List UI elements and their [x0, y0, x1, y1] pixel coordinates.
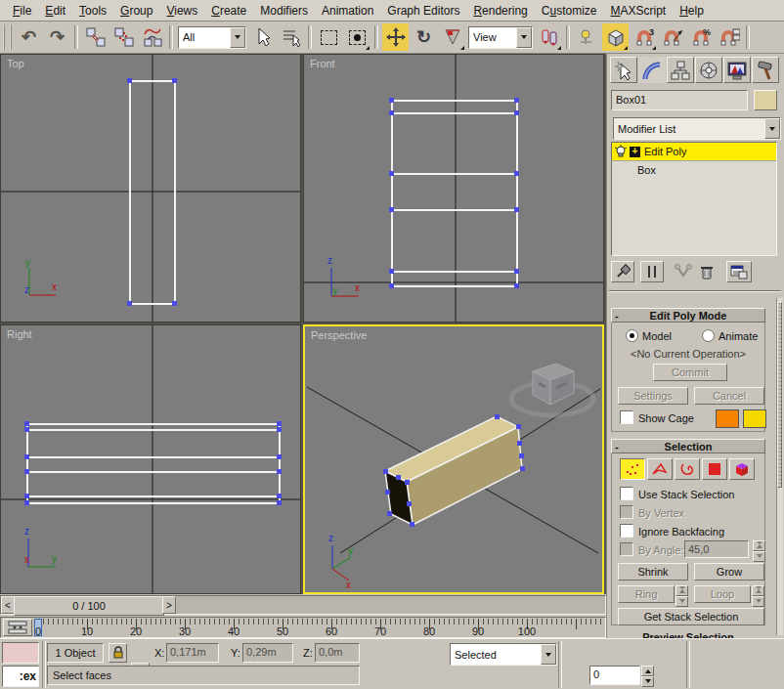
- loop-spinner[interactable]: [752, 585, 764, 603]
- border-subobject-button[interactable]: [675, 458, 700, 480]
- rectangular-selection-region-button[interactable]: [316, 23, 342, 51]
- select-and-move-button[interactable]: [382, 23, 409, 51]
- stack-expand-box[interactable]: +: [630, 147, 640, 157]
- show-cage-checkbox[interactable]: Show Cage: [620, 410, 694, 424]
- reference-coordinate-arrow[interactable]: [516, 27, 532, 48]
- maxscript-listener-script-pane[interactable]: :ex: [2, 666, 39, 687]
- pin-stack-button[interactable]: [611, 261, 634, 282]
- menu-views[interactable]: Views: [159, 2, 204, 20]
- object-name-field[interactable]: Box01: [611, 90, 748, 110]
- menu-group[interactable]: Group: [113, 2, 159, 20]
- show-end-result-button[interactable]: [640, 261, 664, 282]
- time-slider-prev-button[interactable]: <: [1, 596, 15, 614]
- select-by-name-button[interactable]: [278, 23, 304, 51]
- angle-snap-button[interactable]: [659, 23, 685, 51]
- tab-hierarchy[interactable]: [667, 57, 694, 83]
- menu-help[interactable]: Help: [673, 2, 711, 20]
- element-subobject-button[interactable]: [729, 458, 755, 480]
- selection-filter-dropdown[interactable]: All: [178, 26, 246, 49]
- model-radio[interactable]: Model: [626, 329, 672, 342]
- rollout-scrollbar-thumb[interactable]: [777, 302, 782, 488]
- tab-create[interactable]: [610, 57, 637, 83]
- viewport-front[interactable]: Front z y: [303, 54, 604, 323]
- use-stack-selection-checkbox[interactable]: Use Stack Selection: [620, 487, 734, 500]
- x-coord-field[interactable]: 0,171m: [166, 643, 219, 663]
- by-angle-field[interactable]: 45,0: [684, 540, 749, 558]
- stack-row-box[interactable]: Box: [612, 161, 776, 178]
- time-slider-next-button[interactable]: >: [162, 596, 176, 614]
- remove-modifier-button[interactable]: [695, 261, 719, 282]
- viewport-right[interactable]: Right z x: [0, 324, 301, 594]
- selection-filter-arrow[interactable]: [230, 27, 245, 48]
- viewport-perspective[interactable]: Perspective: [303, 324, 604, 594]
- get-stack-selection-button[interactable]: Get Stack Selection: [618, 608, 764, 625]
- y-coord-field[interactable]: 0,29m: [242, 643, 293, 663]
- track-bar[interactable]: 0 10 20 30 40 50 60 70 80 90 100: [0, 617, 606, 638]
- modifier-list-arrow[interactable]: [764, 118, 780, 139]
- tab-motion[interactable]: [695, 57, 722, 83]
- menu-tools[interactable]: Tools: [72, 2, 113, 20]
- menu-animation[interactable]: Animation: [315, 2, 380, 20]
- select-and-scale-button[interactable]: [439, 23, 465, 51]
- ignore-backfacing-checkbox[interactable]: Ignore Backfacing: [620, 524, 724, 538]
- select-and-rotate-button[interactable]: ↻: [411, 23, 437, 51]
- menu-maxscript[interactable]: MAXScript: [604, 2, 674, 20]
- select-object-button[interactable]: [249, 23, 276, 51]
- spinner-snap-button[interactable]: [716, 23, 742, 51]
- key-filter-dropdown[interactable]: Selected: [450, 643, 557, 666]
- menu-create[interactable]: Create: [204, 2, 253, 20]
- snaps-toggle-button[interactable]: [602, 23, 629, 51]
- toolbar-grip[interactable]: [3, 24, 12, 50]
- rollout-scrollbar[interactable]: [776, 298, 783, 635]
- z-coord-field[interactable]: 0,0m: [315, 643, 360, 663]
- rollout-edit-poly-mode-header[interactable]: - Edit Poly Mode: [611, 308, 765, 323]
- rollout-preview-selection-header[interactable]: Preview Selection: [611, 630, 765, 638]
- commit-button[interactable]: Commit: [653, 364, 727, 381]
- key-filter-arrow[interactable]: [541, 644, 556, 665]
- grow-button[interactable]: Grow: [694, 563, 764, 581]
- select-and-link-button[interactable]: [82, 23, 109, 51]
- tab-utilities[interactable]: [752, 57, 779, 83]
- by-vertex-checkbox[interactable]: By Vertex: [620, 505, 684, 519]
- ring-spinner[interactable]: [675, 585, 688, 603]
- use-center-button[interactable]: [536, 23, 562, 51]
- menu-modifiers[interactable]: Modifiers: [253, 2, 315, 20]
- rollout-selection-header[interactable]: - Selection: [611, 439, 765, 453]
- viewport-top[interactable]: Top y z x: [0, 54, 301, 323]
- cage-selected-color-swatch[interactable]: [743, 409, 766, 428]
- menu-customize[interactable]: Customize: [535, 2, 604, 20]
- reference-coordinate-dropdown[interactable]: View: [468, 26, 533, 49]
- cage-color-swatch[interactable]: [716, 409, 739, 428]
- polygon-subobject-button[interactable]: [702, 458, 727, 480]
- ring-button[interactable]: Ring: [618, 585, 675, 603]
- object-color-swatch[interactable]: [754, 90, 777, 110]
- selection-lock-button[interactable]: [109, 643, 127, 663]
- by-angle-spinner[interactable]: [753, 540, 765, 558]
- by-angle-checkbox[interactable]: By Angle:: [620, 542, 683, 556]
- tab-modify[interactable]: [638, 57, 666, 83]
- vertex-subobject-button[interactable]: [620, 458, 645, 480]
- configure-modifier-sets-button[interactable]: [726, 261, 752, 282]
- loop-button[interactable]: Loop: [694, 585, 751, 603]
- stack-row-edit-poly[interactable]: + Edit Poly: [612, 143, 776, 161]
- modifier-list-dropdown[interactable]: Modifier List: [613, 117, 781, 140]
- menu-file[interactable]: File: [6, 2, 38, 20]
- frame-spinner[interactable]: [641, 666, 654, 685]
- menu-edit[interactable]: Edit: [38, 2, 72, 20]
- time-slider[interactable]: < 0 / 100 >: [0, 595, 606, 615]
- edge-subobject-button[interactable]: [647, 458, 673, 480]
- time-slider-thumb[interactable]: 0 / 100: [14, 596, 164, 616]
- animate-radio[interactable]: Animate: [702, 329, 758, 342]
- tab-display[interactable]: [723, 57, 751, 83]
- shrink-button[interactable]: Shrink: [618, 563, 688, 581]
- current-frame-field[interactable]: 0: [589, 666, 640, 685]
- percent-snap-button[interactable]: %: [687, 23, 714, 51]
- redo-button[interactable]: ↷: [44, 23, 70, 51]
- cancel-button[interactable]: Cancel: [694, 387, 764, 405]
- select-and-manipulate-button[interactable]: [574, 23, 600, 51]
- maxscript-listener-macro-pane[interactable]: [2, 642, 39, 664]
- make-unique-button[interactable]: [672, 261, 695, 282]
- undo-button[interactable]: ↶: [16, 23, 42, 51]
- settings-button[interactable]: Settings: [618, 387, 688, 405]
- window-crossing-toggle-button[interactable]: [344, 23, 370, 51]
